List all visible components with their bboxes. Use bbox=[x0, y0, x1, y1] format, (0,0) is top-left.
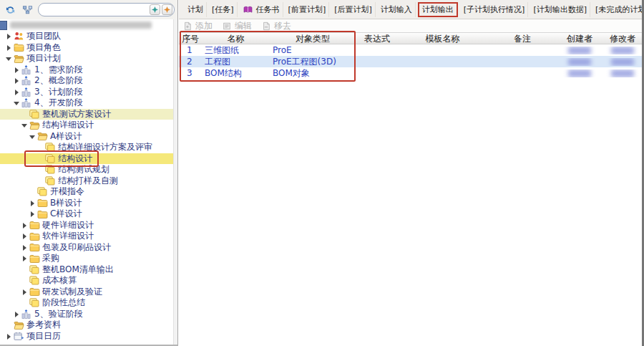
tree-item[interactable]: 整机BOM清单输出 bbox=[0, 264, 177, 276]
tree-item[interactable]: 4、开发阶段 bbox=[0, 97, 177, 109]
tree-item[interactable]: 结构设计 bbox=[0, 153, 177, 165]
column-header-creator[interactable]: 创建者 bbox=[558, 33, 601, 44]
tool-button-label: 添加 bbox=[195, 20, 213, 32]
column-header-expression[interactable]: 表达式 bbox=[356, 33, 399, 44]
tree-collapsed-arrow-icon[interactable] bbox=[13, 66, 21, 74]
doc-edit-icon bbox=[221, 21, 233, 31]
tree-scrollbar[interactable] bbox=[173, 19, 177, 345]
tab-plan-output[interactable]: 计划输出 bbox=[418, 2, 458, 17]
task-icon bbox=[44, 176, 56, 186]
tree-collapsed-arrow-icon[interactable] bbox=[21, 232, 29, 240]
tree-item[interactable]: A样设计 bbox=[0, 131, 177, 143]
tree-item[interactable]: 结构详细设计 bbox=[0, 120, 177, 131]
tree-collapsed-arrow-icon[interactable] bbox=[5, 44, 13, 52]
edit-button[interactable]: 编辑 bbox=[221, 20, 252, 32]
search-input[interactable] bbox=[44, 4, 148, 15]
tree-item-label: 项目角色 bbox=[24, 42, 61, 54]
tree-collapsed-arrow-icon[interactable] bbox=[21, 244, 29, 251]
tree-collapsed-arrow-icon[interactable] bbox=[29, 210, 36, 218]
tree-item-label: 项目日历 bbox=[24, 330, 61, 342]
tab-plan-input[interactable]: 计划输入 bbox=[378, 2, 416, 17]
tree-item[interactable]: 项目日历 bbox=[0, 331, 177, 342]
arrow-spacer bbox=[36, 165, 44, 173]
tree-item[interactable]: B样设计 bbox=[0, 198, 177, 209]
remove-button[interactable]: 移去 bbox=[260, 20, 291, 32]
tree-item[interactable]: 结构测试规划 bbox=[0, 164, 177, 176]
redacted-text bbox=[611, 47, 634, 54]
tab-label: 任务书 bbox=[256, 4, 280, 15]
tree-collapsed-arrow-icon[interactable] bbox=[21, 254, 29, 262]
column-header-template-name[interactable]: 模板名称 bbox=[399, 33, 487, 44]
tree-item[interactable]: 参考资料 bbox=[0, 319, 177, 331]
tree-expanded-arrow-icon[interactable] bbox=[5, 54, 13, 62]
tree-item[interactable]: 5、验证阶段 bbox=[0, 309, 177, 320]
tree-item[interactable]: 3、计划阶段 bbox=[0, 87, 177, 98]
tab-subplan-status[interactable]: [子计划执行情况] bbox=[461, 2, 529, 17]
tab-plan[interactable]: 计划 bbox=[185, 2, 207, 17]
tree-expanded-arrow-icon[interactable] bbox=[13, 99, 21, 107]
table-row[interactable]: 2工程图ProE工程图(3D) bbox=[179, 56, 644, 67]
table-row[interactable]: 1三维图纸ProE bbox=[179, 44, 644, 56]
tree-item[interactable]: 2、概念阶段 bbox=[0, 75, 177, 87]
tree-collapsed-arrow-icon[interactable] bbox=[29, 199, 36, 207]
tree-collapsed-arrow-icon[interactable] bbox=[21, 221, 29, 229]
tree-item-label: 阶段性总结 bbox=[40, 297, 85, 309]
tool-button-label: 移去 bbox=[274, 20, 291, 32]
tree-collapsed-arrow-icon[interactable] bbox=[13, 77, 21, 85]
column-header-remark[interactable]: 备注 bbox=[487, 33, 558, 44]
column-header-modifier[interactable]: 修改者 bbox=[601, 33, 644, 44]
arrow-spacer bbox=[36, 177, 44, 185]
tree-item[interactable]: 研发试制及验证 bbox=[0, 287, 177, 298]
tree-collapsed-arrow-icon[interactable] bbox=[13, 88, 21, 96]
column-header-no[interactable]: 序号 bbox=[179, 33, 202, 44]
tree-item[interactable]: 软件详细设计 bbox=[0, 231, 177, 242]
tree-item[interactable]: 项目计划 bbox=[0, 53, 177, 64]
tree-item[interactable]: 阶段性总结 bbox=[0, 297, 177, 309]
tree-item[interactable]: 硬件详细设计 bbox=[0, 220, 177, 231]
tree-search-box bbox=[38, 3, 175, 16]
folder-open-icon bbox=[13, 54, 24, 64]
task-icon bbox=[29, 109, 40, 119]
arrow-spacer bbox=[5, 321, 13, 329]
tree-item[interactable]: 成本核算 bbox=[0, 275, 177, 287]
calendar-icon bbox=[13, 331, 24, 341]
column-header-name[interactable]: 名称 bbox=[202, 33, 270, 44]
tree-item-label: C样设计 bbox=[48, 208, 82, 220]
table-row[interactable]: 3BOM结构BOM对象 bbox=[179, 67, 644, 79]
tree-expanded-arrow-icon[interactable] bbox=[21, 121, 29, 129]
tool-button-label: 编辑 bbox=[235, 20, 252, 32]
tree-collapsed-arrow-icon[interactable] bbox=[13, 310, 21, 318]
tree-item[interactable]: 项目角色 bbox=[0, 42, 177, 54]
tab-plan-output-data[interactable]: [计划输出数据] bbox=[530, 2, 590, 17]
tree-collapsed-arrow-icon[interactable] bbox=[21, 288, 29, 296]
redacted-text bbox=[611, 69, 634, 77]
tree-item[interactable]: 整机测试方案设计 bbox=[0, 109, 177, 120]
refresh-icon[interactable] bbox=[4, 4, 17, 16]
tree-collapsed-arrow-icon[interactable] bbox=[5, 32, 13, 40]
tree-item[interactable]: C样设计 bbox=[0, 208, 177, 220]
tree-item[interactable]: 结构打样及自测 bbox=[0, 176, 177, 187]
hierarchy-icon[interactable] bbox=[21, 4, 34, 16]
tab-pre-plan[interactable]: [前置计划] bbox=[286, 2, 330, 17]
tree-item[interactable]: 采购 bbox=[0, 253, 177, 264]
tab-task-book[interactable]: 任务书 bbox=[240, 2, 283, 17]
tab-task[interactable]: [任务] bbox=[209, 2, 238, 17]
search-down-button[interactable] bbox=[150, 4, 160, 15]
tree-item[interactable]: 项目团队 bbox=[0, 31, 177, 42]
tree-root-item[interactable] bbox=[0, 19, 177, 31]
column-header-object-type[interactable]: 对象类型 bbox=[270, 33, 356, 44]
tree-item[interactable]: 1、需求阶段 bbox=[0, 64, 177, 76]
tab-unfinished-plan-output[interactable]: [未完成的计划输出] bbox=[592, 2, 644, 17]
tree-item[interactable]: 结构详细设计方案及评审 bbox=[0, 142, 177, 153]
tree-expanded-arrow-icon[interactable] bbox=[29, 133, 36, 140]
tree-item[interactable]: 包装及印刷品设计 bbox=[0, 242, 177, 254]
tab-post-plan[interactable]: [后置计划] bbox=[331, 2, 376, 17]
tree-collapsed-arrow-icon[interactable] bbox=[5, 332, 13, 340]
arrow-spacer bbox=[21, 277, 29, 284]
add-button[interactable]: 添加 bbox=[182, 20, 213, 32]
tree-item[interactable]: 开模指令 bbox=[0, 186, 177, 198]
tab-bar: 计划[任务]任务书[前置计划][后置计划]计划输入计划输出[子计划执行情况][计… bbox=[179, 0, 644, 19]
search-locate-button[interactable] bbox=[162, 4, 172, 15]
arrow-spacer bbox=[36, 155, 44, 163]
tree-item-label: 包装及印刷品设计 bbox=[40, 241, 111, 254]
